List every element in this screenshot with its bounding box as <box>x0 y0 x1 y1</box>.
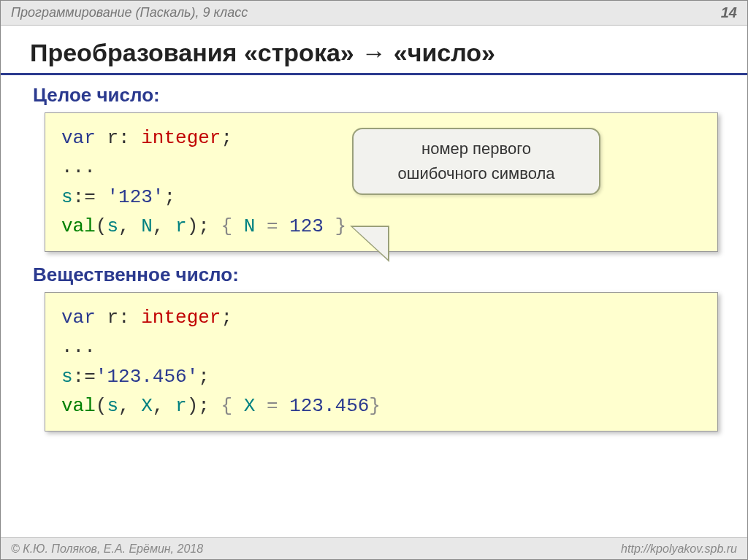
code-line: s:='123.456'; <box>61 362 701 391</box>
slide-title: Преобразования «строка» → «число» <box>1 26 747 75</box>
slide-footer: © К.Ю. Поляков, Е.А. Ерёмин, 2018 http:/… <box>1 537 747 559</box>
page-number: 14 <box>721 4 737 21</box>
slide-content: Целое число: var r: integer; ... s:= '12… <box>1 84 747 431</box>
slide-header: Программирование (Паскаль), 9 класс 14 <box>1 1 747 26</box>
section-heading-real: Вещественное число: <box>33 264 718 286</box>
section-heading-integer: Целое число: <box>33 84 718 107</box>
code-line: ... <box>61 332 701 361</box>
copyright: © К.Ю. Поляков, Е.А. Ерёмин, 2018 <box>11 542 203 556</box>
arrow-icon: → <box>362 39 386 67</box>
callout-bubble: номер первого ошибочного символа <box>352 128 600 195</box>
course-name: Программирование (Паскаль), 9 класс <box>11 5 248 20</box>
callout-line-2: ошибочного символа <box>364 161 589 186</box>
code-line: val(s, X, r); { X = 123.456} <box>61 391 701 421</box>
code-block-real: var r: integer; ... s:='123.456'; val(s,… <box>45 292 718 431</box>
footer-url: http://kpolyakov.spb.ru <box>621 542 737 556</box>
title-part-1: Преобразования «строка» <box>30 39 354 67</box>
code-line: var r: integer; <box>61 303 701 332</box>
title-part-2: «число» <box>394 39 495 67</box>
code-block-integer: var r: integer; ... s:= '123'; val(s, N,… <box>45 112 718 252</box>
callout-line-1: номер первого <box>364 137 589 161</box>
